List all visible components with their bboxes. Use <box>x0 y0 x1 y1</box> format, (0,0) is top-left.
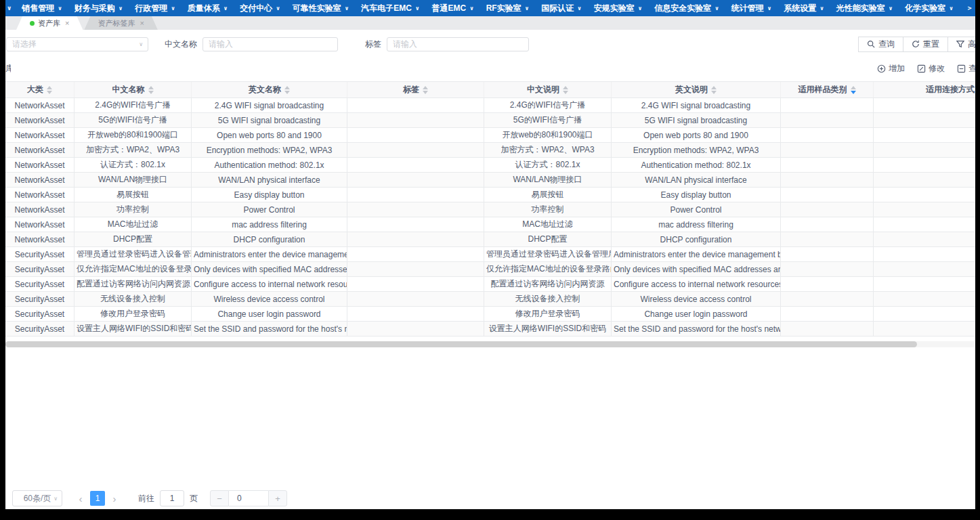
sort-icon[interactable] <box>851 86 856 94</box>
nav-more-icon[interactable]: ＞ <box>960 3 975 13</box>
cell-en-name: Power Control <box>192 202 347 217</box>
horizontal-scrollbar[interactable] <box>5 341 975 347</box>
chevron-down-icon: ∨ <box>638 5 643 12</box>
nav-menu-item[interactable]: 化学实验室 ∨ <box>899 3 960 14</box>
cell-sample-type <box>781 158 874 172</box>
cell-en-name: 5G WIFI signal broadcasting <box>192 113 347 127</box>
tab-label: 资产标签库 <box>98 18 135 28</box>
column-header-label: 中文说明 <box>527 84 559 95</box>
cell-en-desc: Easy display button <box>612 188 781 202</box>
cell-cn-name: 功率控制 <box>74 202 192 217</box>
table-row[interactable]: NetworkAsset WAN/LAN物理接口 WAN/LAN physica… <box>5 173 975 188</box>
chevron-down-icon: ∨ <box>119 5 123 12</box>
sort-icon[interactable] <box>423 86 428 94</box>
sort-icon[interactable] <box>284 86 290 94</box>
nav-menu-item[interactable]: 系统设置 ∨ <box>777 3 830 14</box>
chevron-down-icon: ∨ <box>171 5 175 12</box>
scrollbar-thumb[interactable] <box>5 341 917 347</box>
chevron-down-icon: ∨ <box>276 5 280 12</box>
next-page-icon[interactable]: › <box>107 490 122 506</box>
table-row[interactable]: NetworkAsset 加密方式：WPA2、WPA3 Encryption m… <box>5 143 975 158</box>
nav-menu-item[interactable]: 质量体系 ∨ <box>182 3 234 14</box>
column-header[interactable]: 标签 <box>347 82 484 98</box>
cell-cn-name: 管理员通过登录密码进入设备管理后台 <box>74 247 192 261</box>
sort-icon[interactable] <box>711 86 717 94</box>
tab-asset-library[interactable]: 资产库 × <box>16 16 83 30</box>
cell-tag <box>347 262 484 276</box>
stepper-minus-button[interactable]: − <box>210 490 229 506</box>
cell-connection-type <box>874 128 975 142</box>
column-header[interactable]: 英文说明 <box>612 82 781 98</box>
nav-menu-item[interactable]: 光性能实验室 ∨ <box>830 3 899 14</box>
prev-page-icon[interactable]: ‹ <box>73 490 88 506</box>
cell-category: SecurityAsset <box>5 292 74 306</box>
close-icon[interactable]: × <box>140 19 144 27</box>
advanced-button-label: 高级 <box>968 39 975 50</box>
chevron-down-icon: ∨ <box>139 41 143 47</box>
chevron-down-icon: ∨ <box>469 5 474 12</box>
category-select-placeholder: 请选择 <box>12 39 37 50</box>
view-icon <box>957 64 966 73</box>
cell-cn-name: 开放web的80和1900端口 <box>74 128 192 142</box>
table-row[interactable]: NetworkAsset 认证方式：802.1x Authentication … <box>5 158 975 173</box>
pagination-bar: 60条/页 ∨ ‹ 1 › 前往 页 − + <box>5 489 975 508</box>
search-button[interactable]: 查询 <box>858 37 903 52</box>
reset-button[interactable]: 重置 <box>903 37 948 52</box>
nav-menu-item[interactable]: 汽车电子EMC ∨ <box>355 3 425 14</box>
table-row[interactable]: NetworkAsset MAC地址过滤 mac address filteri… <box>5 217 975 232</box>
table-row[interactable]: SecurityAsset 仅允许指定MAC地址的设备登录路由器 Only de… <box>5 262 975 277</box>
stepper-plus-button[interactable]: + <box>268 490 287 506</box>
column-header[interactable]: 适用样品类别 <box>781 82 874 98</box>
table-row[interactable]: NetworkAsset 功率控制 Power Control 功率控制 Pow… <box>5 202 975 217</box>
column-header[interactable]: 适用连接方式 <box>874 82 975 98</box>
nav-menu-item[interactable]: 行政管理 ∨ <box>129 3 182 14</box>
table-row[interactable]: SecurityAsset 修改用户登录密码 Change user login… <box>5 307 975 322</box>
table-row[interactable]: NetworkAsset 开放web的80和1900端口 Open web po… <box>5 128 975 143</box>
table-row[interactable]: SecurityAsset 无线设备接入控制 Wireless device a… <box>5 292 975 307</box>
column-header[interactable]: 英文名称 <box>192 82 347 98</box>
cn-name-input[interactable] <box>203 37 338 51</box>
category-select[interactable]: 请选择 ∨ <box>6 37 148 51</box>
table-row[interactable]: NetworkAsset 2.4G的WIFI信号广播 2.4G WIFI sig… <box>5 98 975 113</box>
cell-sample-type <box>781 202 874 217</box>
view-button[interactable]: 查看 <box>957 63 975 74</box>
nav-menu-item[interactable]: RF实验室 ∨ <box>480 3 536 14</box>
nav-menu-item[interactable]: 安规实验室 ∨ <box>588 3 649 14</box>
tag-input[interactable] <box>387 37 529 51</box>
edit-button[interactable]: 修改 <box>917 63 945 74</box>
sort-icon[interactable] <box>47 86 52 94</box>
goto-page-input[interactable] <box>160 490 184 506</box>
nav-menu-item[interactable]: 交付中心 ∨ <box>234 3 286 14</box>
nav-menu-item[interactable]: 财务与采购 ∨ <box>68 3 129 14</box>
column-header[interactable]: 中文说明 <box>484 82 612 98</box>
page-number-current[interactable]: 1 <box>90 491 105 506</box>
page-size-select[interactable]: 60条/页 ∨ <box>12 490 62 506</box>
column-header[interactable]: 中文名称 <box>74 82 192 98</box>
stepper-input[interactable] <box>229 490 268 506</box>
nav-menu-item[interactable]: 普通EMC ∨ <box>425 3 480 14</box>
cell-category: SecurityAsset <box>5 322 74 336</box>
advanced-filter-button[interactable]: 高级 <box>948 37 975 52</box>
table-row[interactable]: SecurityAsset 配置通过访客网络访问内网资源 Configure a… <box>5 277 975 292</box>
sort-icon[interactable] <box>563 86 568 94</box>
cell-en-name: Set the SSID and password for the host's… <box>192 322 347 336</box>
filter-buttons: 查询 重置 高级 <box>858 37 975 52</box>
page-unit-label: 页 <box>190 493 198 504</box>
close-icon[interactable]: × <box>65 19 69 27</box>
sort-icon[interactable] <box>148 86 154 94</box>
table-row[interactable]: NetworkAsset 5G的WIFI信号广播 5G WIFI signal … <box>5 113 975 128</box>
column-header[interactable]: 大类 <box>5 82 74 98</box>
table-row[interactable]: NetworkAsset DHCP配置 DHCP configuration D… <box>5 232 975 247</box>
nav-menu-item[interactable]: 销售管理 ∨ <box>16 3 68 14</box>
nav-menu-item[interactable]: 国际认证 ∨ <box>535 3 588 14</box>
add-button[interactable]: 增加 <box>877 63 905 74</box>
nav-menu-item[interactable]: 统计管理 ∨ <box>725 3 778 14</box>
screen: ∨ 销售管理 ∨ 财务与采购 ∨ 行政管理 ∨ 质量体系 <box>0 0 980 520</box>
table-row[interactable]: NetworkAsset 易展按钮 Easy display button 易展… <box>5 188 975 202</box>
nav-clipped-item-chevron-down-icon[interactable]: ∨ <box>5 5 16 12</box>
nav-menu-item[interactable]: 信息安全实验室 ∨ <box>648 3 725 14</box>
tab-asset-tag-library[interactable]: 资产标签库 × <box>84 16 157 30</box>
nav-menu-item[interactable]: 可靠性实验室 ∨ <box>286 3 356 14</box>
table-row[interactable]: SecurityAsset 设置主人网络WIFI的SSID和密码 Set the… <box>5 322 975 337</box>
table-row[interactable]: SecurityAsset 管理员通过登录密码进入设备管理后台 Administ… <box>5 247 975 262</box>
